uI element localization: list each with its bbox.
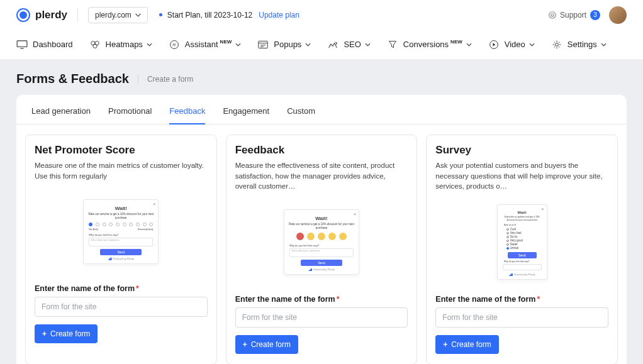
preview-send: Send xyxy=(100,249,142,255)
nav-label: Conversions xyxy=(403,40,449,49)
form-name-input[interactable] xyxy=(235,307,408,328)
heatmap-icon xyxy=(89,40,101,49)
nav-label: Settings xyxy=(568,40,597,49)
plan-text: Start Plan, till 2023-10-12 xyxy=(167,11,252,19)
nav-assistant[interactable]: AI Assistant NEW xyxy=(169,40,241,49)
button-label: Create form xyxy=(451,340,491,349)
card-preview: × Wait! Subscribe to updates and get a 1… xyxy=(435,198,608,286)
main-panel: Lead generation Promotional Feedback Eng… xyxy=(16,95,627,364)
domain-selector-label: plerdy.com xyxy=(95,11,131,19)
tab-promotional[interactable]: Promotional xyxy=(108,106,152,124)
nav-dashboard[interactable]: Dashboard xyxy=(16,40,73,49)
svg-rect-2 xyxy=(17,40,27,47)
breadcrumb: Create a form xyxy=(138,75,193,84)
card-title: Feedback xyxy=(235,144,408,157)
card-desc: Measure the effectiveness of site conten… xyxy=(235,160,408,192)
nav-seo[interactable]: SEO xyxy=(327,40,370,49)
close-icon: × xyxy=(542,207,544,211)
preview-send: Send xyxy=(301,260,342,266)
brand-name: plerdy xyxy=(35,9,67,21)
preview-sub: Subscribe to updates and get a 10% disco… xyxy=(501,216,543,221)
support-link[interactable]: Support 3 xyxy=(548,10,600,20)
plan-info: Start Plan, till 2023-10-12 Update plan xyxy=(159,11,299,19)
nav-label: Assistant xyxy=(185,40,218,49)
card-feedback: Feedback Measure the effectiveness of si… xyxy=(226,135,418,364)
funnel-icon xyxy=(387,40,398,49)
card-nps: Net Promoter Score Measure one of the ma… xyxy=(25,135,217,364)
form-name-input[interactable] xyxy=(35,297,208,317)
nav-video[interactable]: Video xyxy=(488,40,535,49)
support-label: Support xyxy=(560,11,586,19)
plus-icon: + xyxy=(243,340,247,349)
tabs: Lead generation Promotional Feedback Eng… xyxy=(16,95,627,124)
chevron-down-icon xyxy=(305,43,311,47)
card-preview: × Wait! Rate our service to get a 10% di… xyxy=(235,198,408,286)
svg-point-10 xyxy=(555,43,558,46)
preview-title: Wait! xyxy=(87,206,154,211)
chevron-down-icon xyxy=(365,43,371,47)
field-label: Enter the name of the form* xyxy=(35,284,208,293)
chevron-down-icon xyxy=(601,43,607,47)
card-preview: × Wait! Rate our service to get a 10% di… xyxy=(35,187,208,275)
chevron-down-icon xyxy=(529,43,535,47)
svg-point-1 xyxy=(551,13,554,16)
close-icon: × xyxy=(153,202,155,206)
field-label: Enter the name of the form* xyxy=(435,295,608,304)
emoji-sad-icon xyxy=(307,233,315,240)
nav-conversions[interactable]: Conversions NEW xyxy=(387,40,472,49)
brand-logo[interactable]: plerdy xyxy=(16,8,67,22)
monitor-icon xyxy=(16,40,28,49)
nav-popups[interactable]: Popups xyxy=(257,40,311,49)
button-label: Create form xyxy=(251,340,291,349)
page-title: Forms & Feedback xyxy=(16,72,129,86)
preview-sub: Rate our service to get a 10% discount f… xyxy=(87,212,154,220)
preview-send: Send xyxy=(508,252,537,258)
plus-icon: + xyxy=(42,329,47,338)
domain-selector[interactable]: plerdy.com xyxy=(88,7,148,23)
ai-icon: AI xyxy=(169,40,180,49)
svg-point-5 xyxy=(92,44,96,48)
button-label: Create form xyxy=(50,329,90,338)
field-label: Enter the name of the form* xyxy=(235,295,408,304)
preview-sub: Rate our service to get a 10% discount f… xyxy=(288,223,355,230)
preview-title: Wait! xyxy=(288,216,355,221)
create-form-button[interactable]: +Create form xyxy=(435,335,498,354)
close-icon: × xyxy=(354,212,356,216)
form-name-input[interactable] xyxy=(435,307,608,328)
chevron-down-icon xyxy=(147,43,152,47)
nav-heatmaps[interactable]: Heatmaps xyxy=(89,40,152,49)
nav-label: Popups xyxy=(274,40,301,49)
tab-feedback[interactable]: Feedback xyxy=(169,106,205,124)
card-desc: Measure one of the main metrics of custo… xyxy=(35,160,208,181)
nav-settings[interactable]: Settings xyxy=(551,40,607,49)
svg-rect-8 xyxy=(259,41,267,48)
plus-icon: + xyxy=(443,340,447,349)
chevron-down-icon xyxy=(466,43,472,47)
status-dot-icon xyxy=(159,13,162,16)
new-badge: NEW xyxy=(220,39,232,45)
card-desc: Ask your potential customers and buyers … xyxy=(435,160,608,192)
new-badge: NEW xyxy=(450,39,462,45)
support-icon xyxy=(548,11,557,19)
main-nav: Dashboard Heatmaps AI Assistant NEW Popu… xyxy=(0,30,643,59)
card-title: Net Promoter Score xyxy=(35,144,208,157)
create-form-button[interactable]: +Create form xyxy=(35,324,98,343)
avatar[interactable] xyxy=(609,6,627,24)
emoji-neutral-icon xyxy=(318,233,325,240)
emoji-love-icon xyxy=(339,233,347,240)
chevron-down-icon xyxy=(135,13,141,17)
create-form-button[interactable]: +Create form xyxy=(235,335,298,354)
chevron-down-icon xyxy=(235,43,241,47)
play-circle-icon xyxy=(488,40,500,49)
preview-title: Wait! xyxy=(501,211,543,214)
tab-engagement[interactable]: Engagement xyxy=(223,106,269,124)
seo-icon xyxy=(327,40,338,49)
tab-custom[interactable]: Custom xyxy=(287,106,315,124)
support-count-badge: 3 xyxy=(590,10,600,20)
svg-point-0 xyxy=(549,11,556,18)
update-plan-link[interactable]: Update plan xyxy=(259,11,299,19)
nav-label: Video xyxy=(505,40,525,49)
emoji-angry-icon xyxy=(296,233,304,240)
card-title: Survey xyxy=(435,144,608,157)
tab-lead-generation[interactable]: Lead generation xyxy=(31,106,91,124)
